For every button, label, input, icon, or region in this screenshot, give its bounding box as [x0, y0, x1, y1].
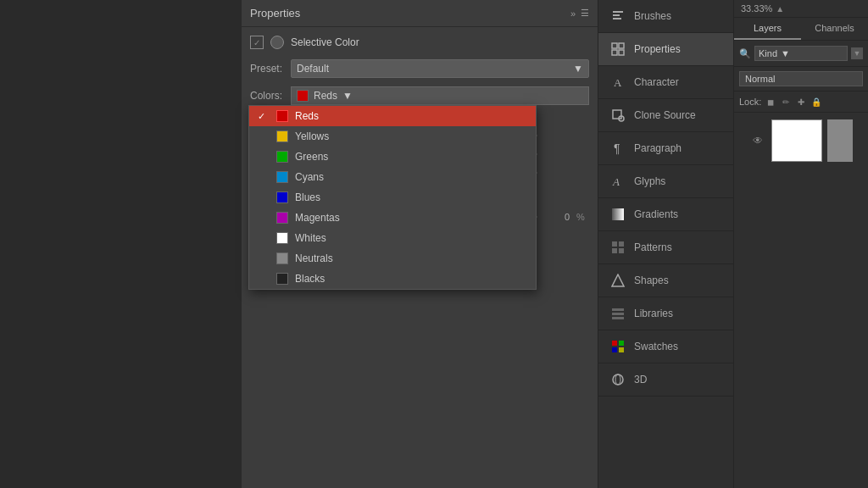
- color-item-neutrals[interactable]: Neutrals: [249, 248, 536, 269]
- sidebar-item-3d[interactable]: 3D: [598, 363, 733, 396]
- lock-label: Lock:: [739, 97, 761, 107]
- layer-mask-thumbnail: [827, 119, 853, 162]
- sidebar-item-patterns[interactable]: Patterns: [598, 231, 733, 264]
- preset-dropdown[interactable]: Default ▼: [291, 59, 589, 78]
- libraries-label: Libraries: [634, 308, 673, 319]
- color-item-yellows[interactable]: Yellows: [249, 126, 536, 147]
- tab-layers[interactable]: Layers: [734, 18, 801, 40]
- sidebar-item-brushes[interactable]: Brushes: [598, 0, 733, 33]
- svg-point-26: [615, 374, 620, 385]
- glyphs-label: Glyphs: [634, 175, 665, 187]
- glyphs-icon: A: [610, 174, 626, 189]
- lock-all-icon[interactable]: 🔒: [810, 96, 822, 108]
- sidebar-item-libraries[interactable]: Libraries: [598, 297, 733, 330]
- sidebar-item-gradients[interactable]: Gradients: [598, 198, 733, 231]
- filter-icons: ▼: [851, 47, 863, 59]
- left-workspace: [0, 0, 242, 488]
- adjustment-label: Selective Color: [291, 36, 359, 48]
- lock-position-icon[interactable]: ✏: [780, 96, 792, 108]
- preset-row: Preset: Default ▼: [250, 59, 589, 78]
- preset-label: Preset:: [250, 63, 284, 75]
- colors-row: Colors: Reds ▼ ✓ Reds: [250, 86, 589, 105]
- magentas-swatch: [276, 212, 288, 224]
- color-item-greens[interactable]: Greens: [249, 147, 536, 167]
- patterns-label: Patterns: [634, 241, 672, 253]
- preset-chevron-icon: ▼: [573, 63, 583, 75]
- brushes-icon: [610, 8, 626, 24]
- blend-mode-value: Normal: [745, 74, 775, 84]
- colors-dropdown-container: Reds ▼ ✓ Reds Yellows: [291, 86, 589, 105]
- svg-text:A: A: [612, 175, 620, 188]
- sidebar-item-shapes[interactable]: Shapes: [598, 264, 733, 297]
- 3d-label: 3D: [634, 374, 647, 385]
- color-item-cyans[interactable]: Cyans: [249, 167, 536, 187]
- color-item-label: Blues: [295, 191, 320, 203]
- layer-thumbnail: [771, 119, 822, 162]
- colors-chevron-icon: ▼: [342, 90, 353, 102]
- properties-icon: [610, 42, 626, 57]
- svg-rect-8: [613, 110, 621, 119]
- sidebar-item-swatches[interactable]: Swatches: [598, 330, 733, 363]
- zoom-bar: 33.33% ▲: [734, 0, 868, 18]
- color-item-label: Neutrals: [295, 252, 333, 264]
- neutrals-swatch: [276, 252, 288, 264]
- sidebar-item-character[interactable]: A Character: [598, 66, 733, 99]
- svg-rect-20: [612, 317, 624, 319]
- sidebar-item-paragraph[interactable]: ¶ Paragraph: [598, 132, 733, 165]
- lock-pixels-icon[interactable]: ◼: [765, 96, 776, 108]
- selected-color-value: Reds: [314, 90, 337, 102]
- check-icon: ✓: [258, 111, 270, 122]
- color-item-label: Blacks: [295, 273, 325, 285]
- blend-mode-dropdown[interactable]: Normal: [739, 71, 863, 86]
- lock-move-icon[interactable]: ✚: [795, 96, 807, 108]
- clone-source-label: Clone Source: [634, 109, 696, 121]
- tab-channels[interactable]: Channels: [801, 18, 868, 40]
- color-item-blacks[interactable]: Blacks: [249, 269, 536, 289]
- whites-swatch: [276, 232, 288, 244]
- svg-text:A: A: [614, 76, 622, 89]
- blues-swatch: [276, 191, 288, 203]
- reds-swatch: [276, 110, 288, 122]
- layers-panel: 33.33% ▲ Layers Channels 🔍 Kind ▼ ▼ Norm…: [733, 0, 868, 488]
- sidebar-item-glyphs[interactable]: A Glyphs: [598, 165, 733, 198]
- svg-rect-15: [612, 248, 617, 253]
- search-icon: 🔍: [739, 48, 751, 59]
- right-sidebar: Brushes Properties A Character Clone Sou…: [598, 0, 733, 488]
- zoom-value: 33.33%: [741, 3, 772, 14]
- gradients-icon: [610, 207, 626, 222]
- svg-text:¶: ¶: [614, 141, 620, 155]
- svg-rect-3: [612, 43, 617, 48]
- sidebar-item-properties[interactable]: Properties: [598, 33, 733, 66]
- sidebar-item-clone-source[interactable]: Clone Source: [598, 99, 733, 132]
- color-item-label: Cyans: [295, 171, 324, 183]
- svg-rect-16: [619, 248, 624, 253]
- svg-rect-4: [619, 43, 624, 48]
- yellows-swatch: [276, 130, 288, 142]
- color-item-blues[interactable]: Blues: [249, 187, 536, 208]
- filter-icon-1[interactable]: ▼: [851, 47, 863, 59]
- black-value: 0: [544, 212, 570, 222]
- svg-rect-0: [613, 11, 623, 13]
- colors-dropdown-trigger[interactable]: Reds ▼: [291, 86, 589, 105]
- selected-color-swatch: [297, 90, 309, 102]
- kind-label: Kind: [759, 48, 777, 58]
- menu-icon[interactable]: ☰: [581, 8, 589, 19]
- color-item-whites[interactable]: Whites: [249, 228, 536, 248]
- svg-rect-6: [619, 50, 624, 55]
- color-item-label: Yellows: [295, 130, 329, 142]
- panel-header: Properties » ☰: [242, 0, 598, 27]
- svg-rect-22: [619, 341, 624, 346]
- layer-visibility-icon[interactable]: 👁: [749, 131, 766, 150]
- character-icon: A: [610, 75, 626, 90]
- kind-dropdown[interactable]: Kind ▼: [754, 46, 848, 61]
- expand-icon[interactable]: »: [570, 8, 576, 19]
- kind-chevron-icon: ▼: [781, 48, 790, 58]
- greens-swatch: [276, 151, 288, 163]
- svg-rect-19: [612, 313, 624, 315]
- color-item-label: Reds: [295, 110, 319, 122]
- color-item-magentas[interactable]: Magentas: [249, 208, 536, 228]
- swatches-label: Swatches: [634, 341, 678, 352]
- zoom-up-arrow-icon[interactable]: ▲: [776, 4, 784, 14]
- color-item-reds[interactable]: ✓ Reds: [249, 106, 536, 126]
- panel-title: Properties: [250, 7, 300, 19]
